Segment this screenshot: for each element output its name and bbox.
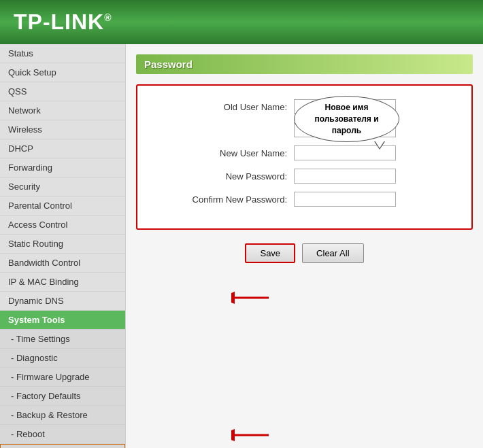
sidebar-item-access-control[interactable]: Access Control <box>0 216 125 235</box>
old-username-label: Old User Name: <box>158 102 294 112</box>
sidebar-item-parental-control[interactable]: Parental Control <box>0 196 125 216</box>
save-button[interactable]: Save <box>245 243 295 263</box>
new-password-input[interactable] <box>294 169 396 184</box>
sidebar-item-system-tools[interactable]: System Tools <box>0 311 125 330</box>
sidebar: StatusQuick SetupQSSNetworkWirelessDHCPF… <box>0 44 126 448</box>
page-title-bar: Password <box>136 54 473 74</box>
arrow-annotation-2 <box>231 425 272 447</box>
sidebar-item-status[interactable]: Status <box>0 44 125 63</box>
sidebar-item-dhcp[interactable]: DHCP <box>0 139 125 158</box>
clear-all-button[interactable]: Clear All <box>302 243 363 263</box>
sidebar-item-dynamic-dns[interactable]: Dynamic DNS <box>0 292 125 311</box>
sidebar-item-reboot[interactable]: - Reboot <box>0 425 125 444</box>
sidebar-item-backup-restore[interactable]: - Backup & Restore <box>0 406 125 425</box>
logo: TP-LINK® <box>14 10 112 35</box>
main-content: Password Новое имя пользователя и пароль… <box>126 44 483 448</box>
new-password-label: New Password: <box>158 171 294 182</box>
sidebar-item-factory-defaults[interactable]: - Factory Defaults <box>0 387 125 406</box>
sidebar-item-diagnostic[interactable]: - Diagnostic <box>0 349 125 368</box>
new-password-row: New Password: <box>158 169 451 184</box>
new-username-row: New User Name: <box>158 145 451 160</box>
arrow-annotation-1 <box>231 288 272 310</box>
logo-tm: ® <box>104 12 112 23</box>
sidebar-item-bandwidth-control[interactable]: Bandwidth Control <box>0 254 125 273</box>
sidebar-item-quick-setup[interactable]: Quick Setup <box>0 63 125 82</box>
confirm-password-row: Confirm New Password: <box>158 192 451 207</box>
sidebar-item-qss[interactable]: QSS <box>0 82 125 101</box>
sidebar-item-ip-mac-binding[interactable]: IP & MAC Binding <box>0 273 125 292</box>
confirm-password-input[interactable] <box>294 192 396 207</box>
button-row: Save Clear All <box>136 243 473 263</box>
new-username-label: New User Name: <box>158 148 294 158</box>
speech-bubble: Новое имя пользователя и пароль <box>294 96 399 142</box>
layout: StatusQuick SetupQSSNetworkWirelessDHCPF… <box>0 44 483 448</box>
confirm-password-label: Confirm New Password: <box>158 194 294 205</box>
page-title: Password <box>144 58 193 70</box>
header: TP-LINK® <box>0 0 483 44</box>
form-container: Новое имя пользователя и пароль Old User… <box>136 84 473 230</box>
sidebar-item-forwarding[interactable]: Forwarding <box>0 158 125 177</box>
sidebar-item-time-settings[interactable]: - Time Settings <box>0 330 125 349</box>
sidebar-item-security[interactable]: Security <box>0 177 125 196</box>
sidebar-item-wireless[interactable]: Wireless <box>0 120 125 139</box>
sidebar-item-firmware-upgrade[interactable]: - Firmware Upgrade <box>0 368 125 387</box>
sidebar-item-static-routing[interactable]: Static Routing <box>0 235 125 254</box>
sidebar-item-network[interactable]: Network <box>0 101 125 120</box>
sidebar-item-password[interactable]: - Password <box>0 444 125 448</box>
